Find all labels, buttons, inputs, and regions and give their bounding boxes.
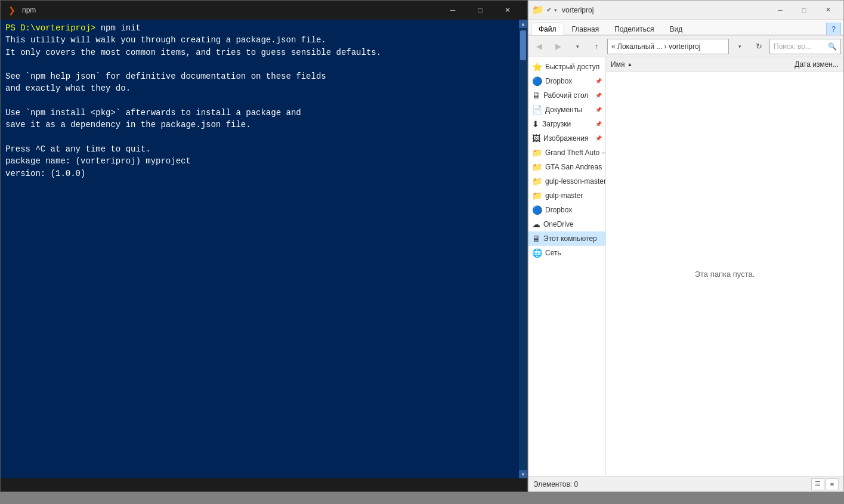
ps-titlebar: ❯ npm ─ □ ✕ <box>1 1 527 20</box>
ps-window-buttons: ─ □ ✕ <box>439 1 521 20</box>
sidebar-gulp-master-label: gulp-master <box>545 191 583 200</box>
fe-view-details-button[interactable]: ≡ <box>826 478 839 490</box>
sidebar-item-downloads[interactable]: ⬇ Загрузки 📌 <box>528 117 605 131</box>
downloads-pin: 📌 <box>595 121 602 127</box>
fe-sidebar: ⭐ Быстрый доступ 🔵 Dropbox 📌 🖥 Рабочий с… <box>528 57 606 476</box>
ps-icon: ❯ <box>7 5 17 16</box>
dropbox-icon-2: 🔵 <box>532 205 542 215</box>
ps-scroll-down-button[interactable]: ▼ <box>519 470 527 478</box>
fe-items-count: Элементов: 0 <box>533 480 578 488</box>
fe-col-date: Дата измен... <box>761 60 839 69</box>
sidebar-item-network[interactable]: 🌐 Сеть <box>528 246 605 260</box>
sidebar-this-pc-label: Этот компьютер <box>543 234 597 243</box>
fe-statusbar: Элементов: 0 ☰ ≡ <box>528 476 843 491</box>
sidebar-item-dropbox-1[interactable]: 🔵 Dropbox 📌 <box>528 74 605 88</box>
fe-nav-dropdown-button[interactable]: ▾ <box>569 39 586 54</box>
ps-prompt: PS D:\vorteriproj> <box>5 23 95 33</box>
gta-sa-folder-icon: 📁 <box>532 162 542 172</box>
fe-refresh-button[interactable]: ↻ <box>750 39 767 54</box>
sidebar-item-dropbox-2[interactable]: 🔵 Dropbox <box>528 203 605 217</box>
fe-window-buttons: ─ □ ✕ <box>768 1 840 20</box>
fe-minimize-button[interactable]: ─ <box>768 1 792 20</box>
ps-scroll-up-button[interactable]: ▲ <box>519 20 527 28</box>
sidebar-item-desktop[interactable]: 🖥 Рабочий стол 📌 <box>528 88 605 103</box>
ps-output-line-8: save it as a dependency in the package.j… <box>5 119 514 131</box>
fe-maximize-button[interactable]: □ <box>792 1 816 20</box>
sidebar-gulp-lesson-label: gulp-lesson-master <box>545 177 606 185</box>
sidebar-gta-label: Grand Theft Auto – <box>545 149 605 157</box>
ps-output-line-12: version: (1.0.0) <box>5 168 514 180</box>
ps-maximize-button[interactable]: □ <box>466 1 494 20</box>
fe-tab-file[interactable]: Файл <box>531 23 564 35</box>
ps-scroll-area <box>519 28 527 470</box>
ps-output-line-7: Use `npm install <pkg>` afterwards to in… <box>5 107 514 119</box>
sidebar-documents-label: Документы <box>545 106 582 114</box>
downloads-icon: ⬇ <box>532 119 539 129</box>
fe-search-icon: 🔍 <box>828 42 837 51</box>
sidebar-item-images[interactable]: 🖼 Изображения 📌 <box>528 131 605 146</box>
fe-col-sort-icon: ▲ <box>627 61 632 67</box>
ps-close-button[interactable]: ✕ <box>494 1 521 20</box>
desktop-icon: 🖥 <box>532 91 540 100</box>
sidebar-item-gta-sa[interactable]: 📁 GTA San Andreas <box>528 160 605 174</box>
fe-col-name-label: Имя <box>611 60 625 69</box>
dropbox-pin-1: 📌 <box>595 78 602 84</box>
powershell-window: ❯ npm ─ □ ✕ PS D:\vorteriproj> npm init … <box>0 0 528 492</box>
fe-forward-button[interactable]: ▶ <box>550 39 567 54</box>
fe-help-button[interactable]: ? <box>826 23 841 35</box>
sidebar-desktop-label: Рабочий стол <box>543 91 588 100</box>
gta-folder-icon: 📁 <box>532 148 542 157</box>
ps-output-line-2: It only covers the most common items, an… <box>5 47 514 58</box>
sidebar-network-label: Сеть <box>545 249 561 257</box>
fe-address-dropdown-button[interactable]: ▾ <box>731 39 748 54</box>
fe-ribbon: Файл Главная Поделиться Вид ? <box>528 20 843 36</box>
sidebar-item-gulp-lesson[interactable]: 📁 gulp-lesson-master <box>528 174 605 188</box>
ps-scroll-thumb[interactable] <box>520 30 526 60</box>
images-pin: 📌 <box>595 135 602 141</box>
fe-col-name[interactable]: Имя ▲ <box>611 60 761 69</box>
ps-output-line-5: and exactly what they do. <box>5 82 514 94</box>
fe-view-list-button[interactable]: ☰ <box>811 478 824 490</box>
sidebar-item-gulp-master[interactable]: 📁 gulp-master <box>528 188 605 203</box>
fe-titlebar-icons: 📁 ✔ ▾ <box>532 4 557 16</box>
fe-content-area: Имя ▲ Дата измен... Эта папка пуста. <box>606 57 843 476</box>
ps-prompt-line: PS D:\vorteriproj> npm init <box>5 22 514 34</box>
ps-output-line-1: This utility will walk you through creat… <box>5 34 514 46</box>
sidebar-onedrive-label: OneDrive <box>543 220 574 228</box>
ps-content[interactable]: PS D:\vorteriproj> npm init This utility… <box>1 20 519 478</box>
fe-tab-home[interactable]: Главная <box>564 23 607 35</box>
fe-view-buttons: ☰ ≡ <box>811 478 839 490</box>
ps-output-line-4: See `npm help json` for definitive docum… <box>5 70 514 82</box>
fe-up-button[interactable]: ↑ <box>588 39 605 54</box>
sidebar-item-gta[interactable]: 📁 Grand Theft Auto – <box>528 146 605 160</box>
fe-folder-icon: 📁 <box>532 4 544 16</box>
sidebar-item-this-pc[interactable]: 🖥 Этот компьютер <box>528 231 605 246</box>
fe-search-placeholder: Поиск: во... <box>774 42 826 51</box>
documents-icon: 📄 <box>532 105 542 115</box>
fe-ribbon-tabs: Файл Главная Поделиться Вид ? <box>528 20 843 35</box>
gulp-lesson-folder-icon: 📁 <box>532 177 542 186</box>
sidebar-item-quick-access[interactable]: ⭐ Быстрый доступ <box>528 60 605 74</box>
documents-pin: 📌 <box>595 107 602 113</box>
fe-back-button[interactable]: ◀ <box>531 39 548 54</box>
fe-empty-message: Эта папка пуста. <box>606 72 843 476</box>
sidebar-gta-sa-label: GTA San Andreas <box>545 163 602 171</box>
fe-tab-view[interactable]: Вид <box>661 23 690 35</box>
fe-dropdown-icon: ▾ <box>554 7 557 13</box>
fe-close-button[interactable]: ✕ <box>816 1 840 20</box>
sidebar-item-onedrive[interactable]: ☁ OneDrive <box>528 217 605 231</box>
ps-command: npm init <box>95 23 141 33</box>
file-explorer-window: 📁 ✔ ▾ vorteriproj ─ □ ✕ Файл Главная Под… <box>528 0 844 492</box>
sidebar-item-documents[interactable]: 📄 Документы 📌 <box>528 103 605 117</box>
images-icon: 🖼 <box>532 134 540 143</box>
ps-title: npm <box>22 6 439 14</box>
quick-access-icon: ⭐ <box>532 62 542 72</box>
ps-minimize-button[interactable]: ─ <box>439 1 466 20</box>
this-pc-icon: 🖥 <box>532 234 540 243</box>
fe-tab-share[interactable]: Поделиться <box>607 23 661 35</box>
ps-scrollbar[interactable]: ▲ ▼ <box>519 20 527 478</box>
fe-search-bar[interactable]: Поиск: во... 🔍 <box>769 39 841 54</box>
ps-output-line-6 <box>5 95 514 107</box>
network-icon: 🌐 <box>532 248 542 258</box>
fe-address-bar[interactable]: « Локальный ... › vorteriproj <box>607 39 729 54</box>
